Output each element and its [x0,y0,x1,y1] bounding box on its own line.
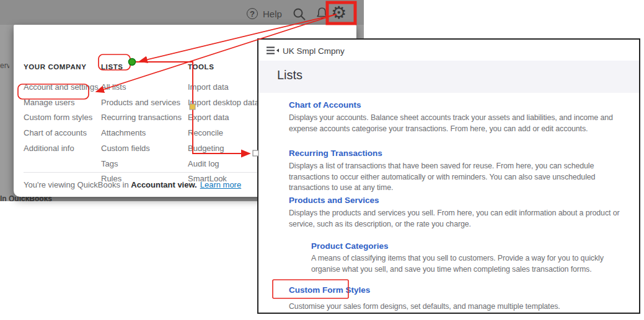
link-product-categories[interactable]: Product Categories [311,241,389,251]
menu-item-additional-info[interactable]: Additional info [24,144,74,153]
hamburger-collapse-icon[interactable] [266,46,280,56]
menu-item-manage-users[interactable]: Manage users [24,98,74,107]
menu-column-header-lists: LISTS [101,63,123,71]
menu-item-products-and-services[interactable]: Products and services [101,98,180,107]
help-icon[interactable]: ? [247,8,258,19]
menu-item-all-lists[interactable]: All lists [101,82,126,92]
menu-column-header-tools: TOOLS [188,63,214,71]
menu-item-reconcile[interactable]: Reconcile [188,128,223,137]
link-chart-of-accounts[interactable]: Chart of Accounts [289,100,361,110]
menu-item-import-desktop-data[interactable]: Import desktop data [188,98,259,107]
help-button[interactable]: Help [263,9,282,19]
background-nav-fragment: ervi [0,61,9,70]
link-products-and-services[interactable]: Products and Services [289,196,379,205]
menu-item-chart-of-accounts[interactable]: Chart of accounts [24,128,87,137]
desc-product-categories: A means of classifying items that you se… [311,253,633,275]
menu-item-audit-log[interactable]: Audit log [188,159,219,168]
view-mode-footer: You're viewing QuickBooks in Accountant … [24,180,241,189]
screenshot-stage: In QuickBooks ervi ? Help ⚙ YOUR COMPANY… [0,0,644,320]
desc-recurring-transactions: Displays a list of transactions that hav… [289,161,633,194]
link-custom-form-styles[interactable]: Custom Form Styles [289,285,370,295]
gear-icon[interactable]: ⚙ [331,3,346,23]
view-mode-text: You're viewing QuickBooks in [24,180,131,189]
page-title: Lists [277,68,302,82]
desc-chart-of-accounts: Displays your accounts. Balance sheet ac… [289,113,633,134]
link-recurring-transactions[interactable]: Recurring Transactions [289,149,382,158]
bell-icon[interactable] [315,6,329,21]
menu-column-header-your-company: YOUR COMPANY [24,63,87,71]
menu-item-custom-fields[interactable]: Custom fields [101,144,150,153]
desc-products-and-services: Displays the products and services you s… [289,208,633,230]
menu-item-attachments[interactable]: Attachments [101,128,146,137]
menu-item-account-and-settings[interactable]: Account and settings [24,82,99,92]
menu-item-budgeting[interactable]: Budgeting [188,144,224,153]
learn-more-link[interactable]: Learn more [200,180,241,189]
top-navigation-bar [0,0,364,25]
search-icon[interactable] [292,7,307,22]
menu-item-export-data[interactable]: Export data [188,113,229,122]
menu-item-import-data[interactable]: Import data [188,82,229,92]
menu-item-tags[interactable]: Tags [101,159,118,168]
menu-item-custom-form-styles[interactable]: Custom form styles [24,113,92,122]
desc-custom-form-styles: Customise your sales form designs, set d… [289,301,633,313]
view-mode-bold: Accountant view. [131,180,196,189]
page-title-band [258,61,639,93]
menu-item-recurring-transactions[interactable]: Recurring transactions [101,113,182,122]
company-name: UK Smpl Cmpny [283,46,345,56]
